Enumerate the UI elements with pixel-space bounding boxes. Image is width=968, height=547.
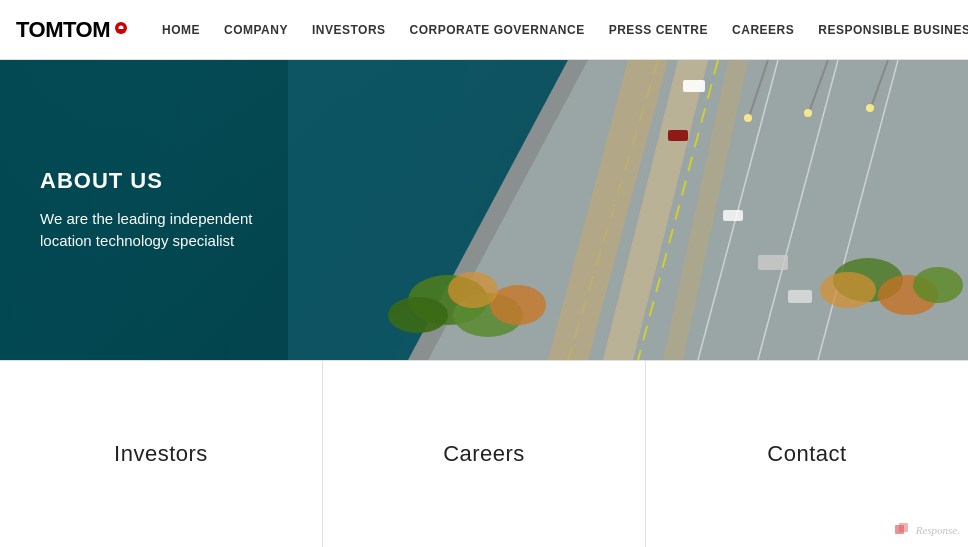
hero-content: ABOUT US We are the leading independent … [0,60,968,360]
card-label: Contact [767,441,846,467]
cards-section: InvestorsCareersContactResponse. [0,360,968,547]
nav-item-company[interactable]: COMPANY [224,23,288,37]
logo[interactable]: TOMTOM [16,17,130,43]
hero-section: ABOUT US We are the leading independent … [0,60,968,360]
card-label: Investors [114,441,208,467]
logo-pin-icon [112,21,130,39]
card-contact[interactable]: ContactResponse. [646,361,968,547]
card-investors[interactable]: Investors [0,361,323,547]
header: TOMTOM HOMECOMPANYINVESTORSCORPORATE GOV… [0,0,968,60]
nav-item-corporate-governance[interactable]: CORPORATE GOVERNANCE [410,23,585,37]
nav-item-careers[interactable]: CAREERS [732,23,794,37]
hero-title: ABOUT US [40,168,928,194]
svg-rect-36 [899,523,908,532]
main-nav: HOMECOMPANYINVESTORSCORPORATE GOVERNANCE… [162,23,968,37]
hero-subtitle: We are the leading independent location … [40,208,300,253]
nav-item-home[interactable]: HOME [162,23,200,37]
card-label: Careers [443,441,525,467]
nav-item-press-centre[interactable]: PRESS CENTRE [609,23,708,37]
card-careers[interactable]: Careers [323,361,646,547]
nav-item-investors[interactable]: INVESTORS [312,23,386,37]
nav-item-responsible-business[interactable]: RESPONSIBLE BUSINESS [818,23,968,37]
logo-text: TOMTOM [16,17,110,43]
watermark: Response. [895,523,960,539]
